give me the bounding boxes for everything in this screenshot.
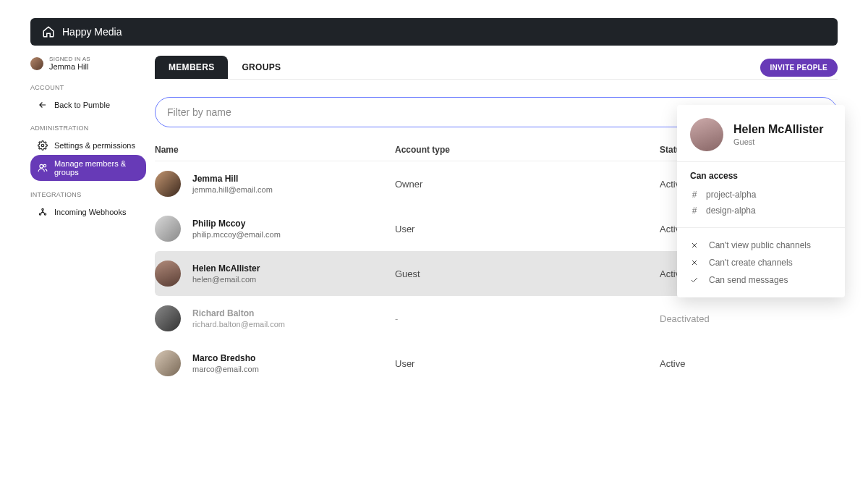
check-icon	[690, 276, 699, 284]
column-account-type: Account type	[395, 145, 660, 155]
arrow-left-icon	[38, 100, 48, 110]
avatar	[155, 261, 181, 287]
nav-incoming-webhooks[interactable]: Incoming Webhooks	[30, 203, 146, 221]
svg-point-0	[41, 144, 44, 147]
member-type: Guest	[395, 268, 660, 279]
member-type: -	[395, 313, 660, 324]
member-email: philip.mccoy@email.com	[192, 230, 395, 239]
avatar	[690, 118, 723, 151]
permission-item: Can't view public channels	[690, 237, 832, 254]
member-row[interactable]: Marco Bredsho marco@email.com User Activ…	[155, 341, 838, 386]
webhook-icon	[38, 207, 48, 217]
svg-point-4	[44, 213, 46, 215]
tab-members[interactable]: MEMBERS	[155, 56, 228, 79]
channel-name: project-alpha	[706, 190, 756, 200]
popover-role: Guest	[733, 137, 823, 146]
member-type: User	[395, 224, 660, 234]
section-integrations: INTEGRATIONS	[30, 191, 146, 198]
nav-settings-permissions[interactable]: Settings & permissions	[30, 136, 146, 155]
member-name: Philip Mccoy	[192, 219, 395, 229]
member-details-popover: Helen McAllister Guest Can access #proje…	[677, 105, 845, 297]
member-type: Owner	[395, 179, 660, 190]
member-status: Active	[660, 358, 838, 369]
users-icon	[38, 163, 48, 173]
popover-name: Helen McAllister	[733, 123, 823, 136]
member-email: helen@email.com	[192, 275, 395, 284]
member-name: Helen McAllister	[192, 263, 395, 274]
column-name: Name	[155, 145, 395, 155]
member-name: Richard Balton	[192, 308, 395, 318]
nav-label: Settings & permissions	[54, 141, 135, 150]
member-type: User	[395, 358, 660, 369]
avatar	[155, 171, 181, 197]
svg-point-5	[42, 208, 43, 210]
section-administration: ADMINISTRATION	[30, 124, 146, 132]
x-icon	[690, 241, 699, 250]
hash-icon: #	[690, 206, 699, 216]
avatar	[155, 350, 181, 376]
signed-in-name: Jemma Hill	[49, 62, 90, 71]
tab-groups[interactable]: GROUPS	[228, 56, 294, 79]
top-bar: Happy Media	[30, 18, 838, 46]
permission-text: Can send messages	[709, 275, 788, 285]
permission-text: Can't create channels	[709, 258, 793, 268]
can-access-label: Can access	[690, 171, 832, 181]
signed-in-label: SIGNED IN AS	[49, 56, 90, 62]
member-name: Jemma Hill	[192, 174, 395, 184]
nav-manage-members-groups[interactable]: Manage members & groups	[30, 155, 146, 181]
permission-text: Can't view public channels	[709, 240, 811, 250]
gear-icon	[38, 140, 48, 151]
tab-row: MEMBERS GROUPS INVITE PEOPLE	[155, 56, 838, 80]
member-status: Deactivated	[660, 313, 838, 324]
avatar	[155, 216, 181, 242]
nav-label: Back to Pumble	[54, 101, 110, 109]
nav-back-to-pumble[interactable]: Back to Pumble	[30, 96, 146, 114]
permission-item: Can't create channels	[690, 254, 832, 271]
hash-icon: #	[690, 190, 699, 200]
member-name: Marco Bredsho	[192, 353, 395, 363]
svg-point-2	[43, 164, 46, 167]
channel-item[interactable]: #project-alpha	[690, 187, 832, 203]
svg-point-1	[40, 164, 43, 168]
channel-item[interactable]: #design-alpha	[690, 203, 832, 219]
workspace-name: Happy Media	[62, 26, 122, 38]
invite-people-button[interactable]: INVITE PEOPLE	[760, 59, 838, 77]
avatar	[155, 305, 181, 331]
x-icon	[690, 258, 699, 267]
member-email: marco@email.com	[192, 365, 395, 373]
avatar	[30, 57, 43, 70]
svg-point-3	[39, 213, 41, 215]
member-email: jemma.hill@email.com	[192, 185, 395, 194]
sidebar: SIGNED IN AS Jemma Hill ACCOUNT Back to …	[30, 56, 146, 386]
channel-name: design-alpha	[706, 206, 756, 216]
member-row[interactable]: Richard Balton richard.balton@email.com …	[155, 296, 838, 341]
nav-label: Incoming Webhooks	[54, 208, 126, 216]
permission-item: Can send messages	[690, 271, 832, 289]
signed-in-user[interactable]: SIGNED IN AS Jemma Hill	[30, 56, 146, 71]
nav-label: Manage members & groups	[54, 159, 139, 177]
section-account: ACCOUNT	[30, 84, 146, 91]
home-icon	[42, 25, 55, 38]
member-email: richard.balton@email.com	[192, 320, 395, 329]
main-content: MEMBERS GROUPS INVITE PEOPLE Name Accoun…	[155, 56, 838, 386]
